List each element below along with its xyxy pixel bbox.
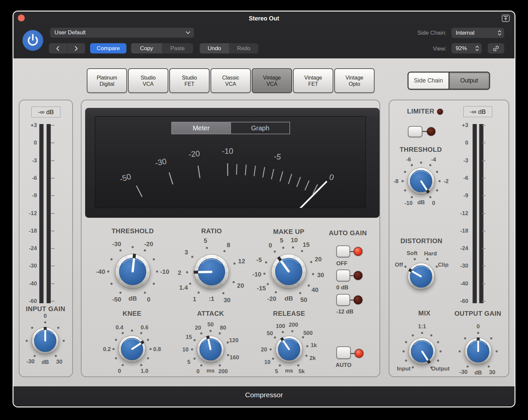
- knob-attack-label-80: 80: [220, 325, 226, 331]
- knob-threshold-label--50: -50: [112, 296, 121, 303]
- auto-gain-led--12db: [354, 296, 362, 304]
- knob-release-label-200: 200: [289, 322, 298, 328]
- vu-scale-label: -20: [188, 149, 200, 159]
- right-meter-bar-right: [479, 124, 483, 303]
- auto-gain-button-0db[interactable]: [336, 270, 350, 281]
- model-button-classic-vca[interactable]: ClassicVCA: [211, 68, 251, 93]
- knob-release-label-5: 5: [275, 368, 278, 374]
- knob-release-label-20: 20: [261, 346, 267, 353]
- view-label: View:: [407, 46, 446, 52]
- compare-button[interactable]: Compare: [90, 43, 126, 53]
- knob-makeup-label-20: 20: [315, 256, 322, 263]
- section-title-limiter: LIMITER: [407, 108, 435, 115]
- model-button-vintage-opto[interactable]: VintageOpto: [334, 68, 375, 93]
- knob-output_gain-label-30: 30: [489, 369, 495, 375]
- toggle-output[interactable]: Output: [448, 73, 489, 89]
- left-meter-scale-label: -60: [22, 298, 37, 305]
- knob-release-label-1k: 1k: [311, 342, 317, 348]
- prev-preset-button[interactable]: [49, 43, 67, 53]
- tab-graph[interactable]: Graph: [230, 122, 289, 134]
- knob-release-label-500: 500: [303, 330, 313, 336]
- knob-input_gain-label-0: 0: [44, 313, 47, 319]
- knob-input_gain[interactable]: -30030dB: [13, 303, 90, 385]
- knob-makeup-label--20: -20: [267, 295, 276, 302]
- knob-release-label-100: 100: [276, 323, 285, 329]
- knob-distortion-label-Off: Off: [395, 262, 403, 268]
- left-meter-tick: [51, 248, 54, 249]
- knob-threshold-unit: dB: [128, 295, 137, 302]
- open-in-window-icon[interactable]: [502, 15, 510, 22]
- knob-release-label-5k: 5k: [299, 368, 305, 374]
- knob-makeup-label--5: -5: [256, 256, 262, 263]
- sidechain-output-toggle: Side ChainOutput: [408, 72, 490, 90]
- knob-ratio-label-5: 5: [204, 237, 207, 244]
- side-chain-dropdown[interactable]: Internal: [451, 28, 504, 38]
- knob-mix-label-1:1: 1:1: [418, 323, 426, 330]
- knob-distortion-label-Soft: Soft: [407, 250, 417, 256]
- paste-button[interactable]: Paste: [162, 43, 193, 53]
- left-meter-tick: [51, 195, 54, 196]
- knob-makeup-label-0: 0: [269, 242, 272, 249]
- knob-makeup-label--15: -15: [257, 285, 266, 292]
- undo-button[interactable]: Undo: [200, 43, 229, 53]
- auto-gain-button--12db[interactable]: [336, 294, 350, 306]
- knob-limiter_threshold[interactable]: -10-8-6-4-20dB: [377, 143, 466, 226]
- knob-release[interactable]: 51020501002005001k2k5kms: [245, 311, 334, 394]
- left-meter-scale-label: 0: [22, 140, 37, 146]
- knob-attack-label-15: 15: [186, 334, 192, 340]
- knob-ratio[interactable]: 11.42358122030:1: [167, 234, 256, 316]
- knob-threshold[interactable]: -50-40-30-20-100dB: [88, 234, 177, 316]
- tab-meter[interactable]: Meter: [172, 122, 230, 134]
- copy-button[interactable]: Copy: [131, 43, 162, 53]
- knob-limiter_threshold-label--4: -4: [431, 156, 436, 163]
- model-button-vintage-fet[interactable]: VintageFET: [293, 68, 333, 93]
- left-meter-tick: [51, 231, 54, 231]
- knob-output_gain[interactable]: -30030dB: [434, 313, 515, 396]
- plugin-window: User Default Compare Copy Paste: [13, 11, 515, 407]
- link-button[interactable]: [488, 43, 504, 53]
- model-button-vintage-vca[interactable]: VintageVCA: [252, 68, 292, 93]
- led-connector: [422, 131, 427, 132]
- knob-output_gain-unit: dB: [475, 370, 482, 376]
- power-button[interactable]: [22, 30, 43, 51]
- plugin-name: Compressor: [14, 391, 514, 399]
- view-zoom-stepper[interactable]: 92%: [451, 43, 482, 53]
- right-meter-tick: [482, 301, 485, 302]
- left-meter-tick: [51, 213, 54, 214]
- knob-limiter_threshold-label--6: -6: [406, 156, 411, 163]
- knob-release-unit: ms: [285, 368, 293, 374]
- model-button-platinum-digital[interactable]: PlatinumDigital: [87, 68, 127, 93]
- toggle-side-chain[interactable]: Side Chain: [409, 73, 448, 89]
- knob-knee-label-1.0: 1.0: [141, 368, 148, 374]
- left-meter-scale-label: +3: [22, 122, 37, 129]
- left-meter-scale-label: -3: [22, 157, 37, 164]
- knob-makeup-unit: dB: [284, 295, 293, 302]
- knob-attack[interactable]: 051015205080120160200ms: [166, 311, 255, 394]
- knob-makeup[interactable]: -20-15-10-505101520304050dB: [244, 234, 333, 316]
- knob-attack-label-20: 20: [195, 325, 201, 331]
- right-meter-scale-label: +3: [453, 122, 468, 129]
- model-button-studio-fet[interactable]: StudioFET: [169, 68, 210, 93]
- right-meter-scale-label: -60: [453, 298, 468, 305]
- auto-gain-option-label: -12 dB: [336, 308, 353, 315]
- auto-gain-button-off[interactable]: [336, 245, 350, 257]
- knob-attack-unit: ms: [207, 368, 215, 374]
- redo-button[interactable]: Redo: [229, 43, 258, 53]
- knob-attack-label-160: 160: [230, 354, 239, 361]
- left-meter-scale-label: -24: [22, 245, 37, 252]
- knob-ratio-label-1: 1: [193, 296, 196, 303]
- led-connector: [351, 353, 355, 354]
- right-meter-scale-label: -30: [453, 263, 468, 269]
- auto-release-button[interactable]: [336, 346, 351, 359]
- next-preset-button[interactable]: [67, 43, 85, 53]
- knob-distortion[interactable]: OffSoftHardClip: [377, 239, 466, 321]
- knob-limiter_threshold-label-0: 0: [432, 200, 435, 206]
- right-meter-scale-label: -24: [453, 245, 468, 252]
- left-meter-tick: [51, 283, 54, 284]
- model-button-studio-vca[interactable]: StudioVCA: [128, 68, 168, 93]
- knob-knee[interactable]: 00.20.40.60.81.0: [87, 311, 177, 394]
- left-meter-bar-left: [39, 124, 44, 303]
- limiter-enable-button[interactable]: [408, 126, 422, 137]
- knob-threshold-label--20: -20: [144, 241, 153, 247]
- preset-dropdown[interactable]: User Default: [50, 28, 194, 38]
